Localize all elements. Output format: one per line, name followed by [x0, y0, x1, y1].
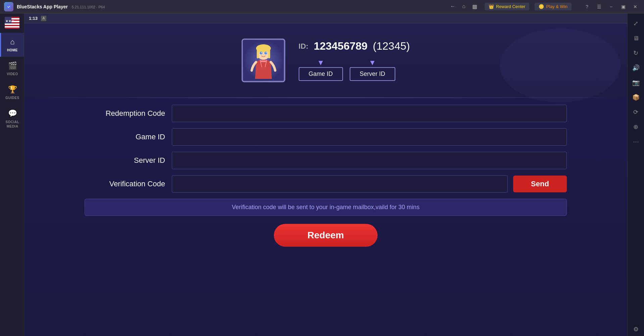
game-id-col: ▼ Game ID — [299, 59, 343, 81]
back-button[interactable]: ← — [448, 3, 457, 10]
character-avatar — [243, 40, 284, 81]
right-icon-volume[interactable]: 🔊 — [629, 61, 643, 75]
server-id-label: Server ID — [85, 156, 165, 165]
sidebar-item-social[interactable]: 💬 SOCIALMEDIA — [0, 104, 24, 133]
redeem-btn-row: Redeem — [85, 224, 567, 247]
send-button[interactable]: Send — [513, 176, 567, 192]
info-text: Verification code will be sent to your i… — [232, 204, 419, 210]
svg-rect-12 — [257, 48, 259, 58]
timer-bar: 1:13 A — [24, 13, 627, 23]
game-id-button[interactable]: Game ID — [299, 67, 343, 81]
nav-arrows: ← ⌂ ▩ — [448, 3, 479, 10]
right-icon-rotate[interactable]: ↻ — [629, 46, 643, 60]
right-icon-fullscreen[interactable]: ⤢ — [629, 17, 643, 30]
recent-button[interactable]: ▩ — [470, 3, 479, 10]
game-area: 1:13 A — [24, 13, 627, 336]
svg-point-17 — [265, 52, 266, 53]
server-id-input[interactable] — [172, 152, 567, 169]
sidebar-item-guides[interactable]: 🏆 GUIDES — [0, 81, 24, 104]
svg-text:★★★: ★★★ — [5, 19, 14, 23]
sidebar: ★★★ ⌂ HOME 🎬 VIDEO 🏆 GUIDES 💬 SOCIALMEDI… — [0, 13, 24, 336]
svg-rect-4 — [5, 23, 19, 25]
help-button[interactable]: ? — [582, 2, 592, 11]
game-id-row: Game ID — [85, 128, 567, 146]
title-controls: ← ⌂ ▩ 👑 Reward Center 🪙 Play & Win ? ☰ −… — [448, 2, 640, 11]
server-id-value: (12345) — [373, 40, 410, 52]
right-panel: ⤢ 🖥 ↻ 🔊 📷 📦 ⟳ ⊕ ⋯ ⚙ — [627, 13, 644, 336]
player-info: ID: 123456789 (12345) ▼ Game ID ▼ Server… — [299, 40, 410, 81]
title-bar: BlueStacks App Player 5.21.111.1002 · P6… — [0, 0, 644, 13]
app-logo — [4, 2, 13, 11]
reward-center-button[interactable]: 👑 Reward Center — [485, 3, 529, 10]
player-id-row: ID: 123456789 (12345) — [299, 40, 410, 52]
server-id-row: Server ID — [85, 152, 567, 169]
id-label: ID: — [299, 42, 308, 51]
right-icon-display[interactable]: 🖥 — [629, 32, 643, 45]
window-controls: ? ☰ − ▣ ✕ — [582, 2, 640, 11]
redemption-code-input[interactable] — [172, 105, 567, 122]
right-icon-settings[interactable]: ⚙ — [629, 323, 643, 336]
minimize-button[interactable]: − — [606, 2, 616, 11]
server-id-arrow: ▼ — [369, 59, 376, 66]
timer-display: 1:13 — [29, 16, 38, 21]
right-icon-camera[interactable]: 📷 — [629, 76, 643, 89]
menu-button[interactable]: ☰ — [594, 2, 604, 11]
right-icon-refresh[interactable]: ⟳ — [629, 105, 643, 119]
game-id-label: Game ID — [85, 133, 165, 141]
game-header: ID: 123456789 (12345) ▼ Game ID ▼ Server… — [24, 23, 627, 97]
timer-icon: A — [41, 16, 46, 21]
crown-icon: 👑 — [489, 4, 494, 9]
sidebar-item-home[interactable]: ⌂ HOME — [0, 33, 24, 57]
verification-code-row: Verification Code Send — [85, 175, 567, 193]
server-id-button[interactable]: Server ID — [350, 67, 395, 81]
svg-point-0 — [6, 4, 11, 9]
character-portrait — [242, 39, 285, 82]
svg-rect-5 — [5, 26, 19, 28]
play-win-button[interactable]: 🪙 Play & Win — [535, 3, 572, 10]
game-id-arrow: ▼ — [317, 59, 325, 66]
svg-point-16 — [261, 52, 262, 53]
redemption-code-row: Redemption Code — [85, 105, 567, 122]
app-title: BlueStacks App Player 5.21.111.1002 · P6… — [17, 4, 105, 9]
main-wrapper: ★★★ ⌂ HOME 🎬 VIDEO 🏆 GUIDES 💬 SOCIALMEDI… — [0, 13, 644, 336]
maximize-button[interactable]: ▣ — [618, 2, 628, 11]
social-icon: 💬 — [8, 109, 17, 118]
info-box: Verification code will be sent to your i… — [85, 199, 567, 216]
sidebar-item-video[interactable]: 🎬 VIDEO — [0, 57, 24, 81]
player-id-value: 123456789 — [314, 40, 367, 52]
home-icon: ⌂ — [10, 38, 14, 46]
right-icon-more[interactable]: ⋯ — [629, 135, 643, 148]
verification-code-label: Verification Code — [85, 180, 165, 188]
right-icon-apk[interactable]: 📦 — [629, 91, 643, 104]
right-icon-add[interactable]: ⊕ — [629, 120, 643, 134]
server-id-col: ▼ Server ID — [350, 59, 395, 81]
svg-rect-18 — [260, 60, 267, 62]
redemption-code-label: Redemption Code — [85, 109, 165, 118]
redeem-button[interactable]: Redeem — [274, 224, 378, 247]
form-area: Redemption Code Game ID Server ID Verifi… — [24, 98, 627, 336]
trophy-icon: 🏆 — [8, 85, 17, 94]
verification-input-group: Send — [172, 175, 567, 193]
svg-rect-13 — [268, 48, 270, 58]
video-icon: 🎬 — [8, 61, 17, 70]
coin-icon: 🪙 — [539, 4, 544, 9]
verification-code-input[interactable] — [172, 175, 508, 193]
game-id-input[interactable] — [172, 128, 567, 146]
svg-point-8 — [500, 29, 621, 102]
language-flag[interactable]: ★★★ — [5, 17, 19, 29]
home-nav-button[interactable]: ⌂ — [460, 3, 467, 10]
close-button[interactable]: ✕ — [631, 2, 640, 11]
